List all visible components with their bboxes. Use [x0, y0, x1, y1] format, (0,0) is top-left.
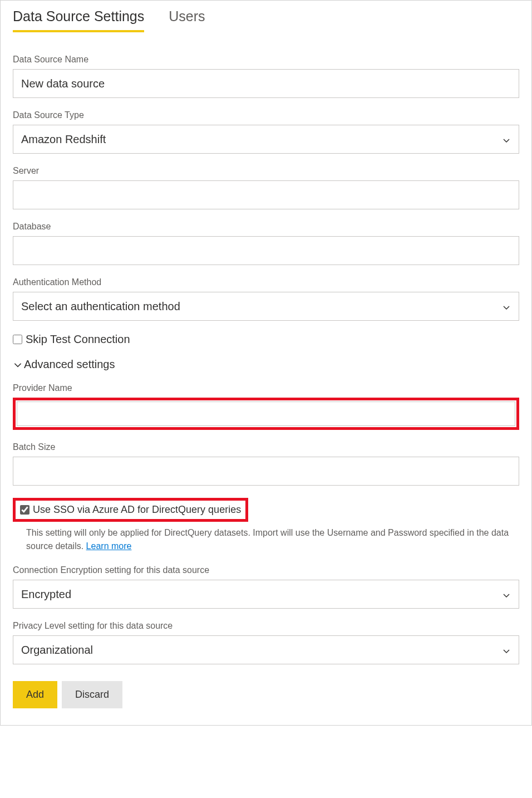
field-server: Server: [13, 166, 519, 209]
tab-data-source-settings[interactable]: Data Source Settings: [13, 8, 144, 32]
auth-method-label: Authentication Method: [13, 277, 519, 287]
sso-label: Use SSO via Azure AD for DirectQuery que…: [33, 504, 241, 516]
learn-more-link[interactable]: Learn more: [86, 541, 132, 551]
encryption-value: Encrypted: [21, 588, 502, 601]
batch-size-input[interactable]: [13, 457, 519, 486]
field-sso: Use SSO via Azure AD for DirectQuery que…: [13, 498, 519, 553]
database-label: Database: [13, 222, 519, 232]
chevron-down-icon: [502, 590, 511, 599]
field-database: Database: [13, 222, 519, 265]
privacy-value: Organizational: [21, 644, 502, 657]
chevron-down-icon: [502, 645, 511, 654]
data-source-name-label: Data Source Name: [13, 55, 519, 65]
skip-test-label: Skip Test Connection: [26, 333, 130, 346]
database-input[interactable]: [13, 236, 519, 265]
field-data-source-type: Data Source Type Amazon Redshift: [13, 110, 519, 154]
privacy-label: Privacy Level setting for this data sour…: [13, 621, 519, 631]
skip-test-checkbox[interactable]: [13, 335, 22, 344]
auth-method-select[interactable]: Select an authentication method: [13, 292, 519, 321]
data-source-type-select[interactable]: Amazon Redshift: [13, 125, 519, 154]
auth-method-value: Select an authentication method: [21, 300, 502, 313]
chevron-down-icon: [502, 302, 511, 311]
field-data-source-name: Data Source Name: [13, 55, 519, 98]
sso-helper-text: This setting will only be applied for Di…: [26, 526, 519, 553]
add-button[interactable]: Add: [13, 681, 57, 708]
provider-name-input[interactable]: [17, 402, 515, 426]
batch-size-label: Batch Size: [13, 442, 519, 452]
tab-users[interactable]: Users: [169, 8, 205, 32]
chevron-down-icon: [502, 135, 511, 144]
server-label: Server: [13, 166, 519, 176]
field-auth-method: Authentication Method Select an authenti…: [13, 277, 519, 321]
advanced-settings-label: Advanced settings: [24, 358, 115, 371]
advanced-settings-toggle[interactable]: Advanced settings: [13, 358, 519, 371]
provider-name-label: Provider Name: [13, 383, 519, 393]
provider-name-highlight: [13, 398, 519, 430]
button-row: Add Discard: [13, 681, 519, 708]
sso-checkbox[interactable]: [20, 505, 29, 515]
field-batch-size: Batch Size: [13, 442, 519, 486]
data-source-type-label: Data Source Type: [13, 110, 519, 120]
field-provider-name: Provider Name: [13, 383, 519, 430]
tab-bar: Data Source Settings Users: [13, 1, 519, 32]
privacy-select[interactable]: Organizational: [13, 635, 519, 664]
data-source-type-value: Amazon Redshift: [21, 133, 502, 146]
server-input[interactable]: [13, 180, 519, 209]
chevron-down-icon: [13, 360, 23, 370]
discard-button[interactable]: Discard: [62, 681, 122, 708]
encryption-select[interactable]: Encrypted: [13, 580, 519, 609]
data-source-form: Data Source Settings Users Data Source N…: [0, 0, 532, 726]
field-skip-test: Skip Test Connection: [13, 333, 519, 346]
field-privacy: Privacy Level setting for this data sour…: [13, 621, 519, 664]
encryption-label: Connection Encryption setting for this d…: [13, 565, 519, 575]
data-source-name-input[interactable]: [13, 69, 519, 98]
field-encryption: Connection Encryption setting for this d…: [13, 565, 519, 609]
sso-highlight: Use SSO via Azure AD for DirectQuery que…: [13, 498, 248, 522]
